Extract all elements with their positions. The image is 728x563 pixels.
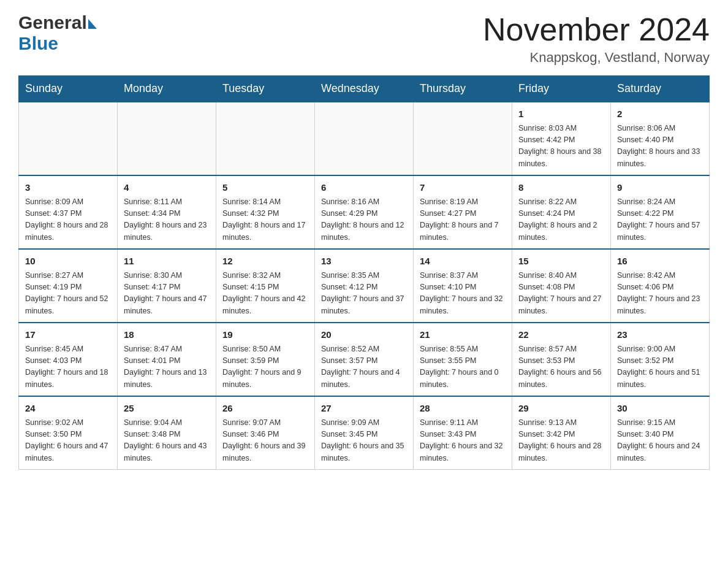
week-row-5: 24Sunrise: 9:02 AMSunset: 3:50 PMDayligh… — [19, 396, 710, 470]
calendar-cell: 2Sunrise: 8:06 AMSunset: 4:40 PMDaylight… — [611, 102, 710, 175]
calendar-cell: 30Sunrise: 9:15 AMSunset: 3:40 PMDayligh… — [611, 396, 710, 470]
day-number: 25 — [124, 402, 210, 416]
day-number: 14 — [420, 255, 506, 269]
day-info: Sunrise: 8:32 AMSunset: 4:15 PMDaylight:… — [222, 270, 308, 318]
day-number: 21 — [420, 328, 506, 342]
calendar-cell: 27Sunrise: 9:09 AMSunset: 3:45 PMDayligh… — [315, 396, 414, 470]
calendar-cell: 6Sunrise: 8:16 AMSunset: 4:29 PMDaylight… — [315, 175, 414, 249]
day-number: 3 — [25, 181, 111, 195]
day-number: 5 — [222, 181, 308, 195]
day-info: Sunrise: 9:13 AMSunset: 3:42 PMDaylight:… — [518, 417, 604, 465]
day-number: 29 — [518, 402, 604, 416]
header-tuesday: Tuesday — [216, 76, 315, 102]
calendar-cell: 23Sunrise: 9:00 AMSunset: 3:52 PMDayligh… — [611, 323, 710, 396]
calendar-cell: 18Sunrise: 8:47 AMSunset: 4:01 PMDayligh… — [118, 323, 216, 396]
calendar-cell: 12Sunrise: 8:32 AMSunset: 4:15 PMDayligh… — [216, 249, 315, 323]
day-info: Sunrise: 8:11 AMSunset: 4:34 PMDaylight:… — [124, 196, 210, 244]
day-info: Sunrise: 8:06 AMSunset: 4:40 PMDaylight:… — [617, 123, 703, 170]
day-number: 10 — [25, 255, 111, 269]
day-number: 15 — [518, 255, 604, 269]
day-number: 20 — [321, 328, 407, 342]
day-info: Sunrise: 8:47 AMSunset: 4:01 PMDaylight:… — [124, 343, 210, 391]
calendar-cell: 9Sunrise: 8:24 AMSunset: 4:22 PMDaylight… — [611, 175, 710, 249]
month-title: November 2024 — [483, 12, 710, 47]
day-info: Sunrise: 8:24 AMSunset: 4:22 PMDaylight:… — [617, 196, 703, 244]
calendar-cell: 14Sunrise: 8:37 AMSunset: 4:10 PMDayligh… — [414, 249, 512, 323]
day-info: Sunrise: 8:22 AMSunset: 4:24 PMDaylight:… — [518, 196, 604, 244]
day-number: 28 — [420, 402, 506, 416]
calendar-cell: 17Sunrise: 8:45 AMSunset: 4:03 PMDayligh… — [19, 323, 118, 396]
calendar-cell: 25Sunrise: 9:04 AMSunset: 3:48 PMDayligh… — [118, 396, 216, 470]
day-info: Sunrise: 9:02 AMSunset: 3:50 PMDaylight:… — [25, 417, 111, 465]
calendar-cell: 19Sunrise: 8:50 AMSunset: 3:59 PMDayligh… — [216, 323, 315, 396]
day-info: Sunrise: 9:04 AMSunset: 3:48 PMDaylight:… — [124, 417, 210, 465]
day-number: 27 — [321, 402, 407, 416]
day-number: 30 — [617, 402, 703, 416]
calendar-cell: 11Sunrise: 8:30 AMSunset: 4:17 PMDayligh… — [118, 249, 216, 323]
day-number: 26 — [222, 402, 308, 416]
day-info: Sunrise: 8:40 AMSunset: 4:08 PMDaylight:… — [518, 270, 604, 318]
day-number: 9 — [617, 181, 703, 195]
week-row-2: 3Sunrise: 8:09 AMSunset: 4:37 PMDaylight… — [19, 175, 710, 249]
day-number: 23 — [617, 328, 703, 342]
location-text: Knappskog, Vestland, Norway — [483, 50, 710, 66]
day-info: Sunrise: 8:57 AMSunset: 3:53 PMDaylight:… — [518, 343, 604, 391]
logo-blue-text: Blue — [18, 33, 58, 53]
title-section: November 2024 Knappskog, Vestland, Norwa… — [483, 12, 710, 66]
day-info: Sunrise: 8:30 AMSunset: 4:17 PMDaylight:… — [124, 270, 210, 318]
day-number: 17 — [25, 328, 111, 342]
calendar-cell: 28Sunrise: 9:11 AMSunset: 3:43 PMDayligh… — [414, 396, 512, 470]
calendar-cell: 1Sunrise: 8:03 AMSunset: 4:42 PMDaylight… — [512, 102, 611, 175]
calendar-cell: 29Sunrise: 9:13 AMSunset: 3:42 PMDayligh… — [512, 396, 611, 470]
calendar-cell: 16Sunrise: 8:42 AMSunset: 4:06 PMDayligh… — [611, 249, 710, 323]
calendar-cell: 13Sunrise: 8:35 AMSunset: 4:12 PMDayligh… — [315, 249, 414, 323]
calendar-cell: 7Sunrise: 8:19 AMSunset: 4:27 PMDaylight… — [414, 175, 512, 249]
day-info: Sunrise: 9:11 AMSunset: 3:43 PMDaylight:… — [420, 417, 506, 465]
day-info: Sunrise: 8:37 AMSunset: 4:10 PMDaylight:… — [420, 270, 506, 318]
day-info: Sunrise: 8:55 AMSunset: 3:55 PMDaylight:… — [420, 343, 506, 391]
calendar-cell — [118, 102, 216, 175]
calendar-cell — [19, 102, 118, 175]
day-info: Sunrise: 9:07 AMSunset: 3:46 PMDaylight:… — [222, 417, 308, 465]
calendar-cell: 3Sunrise: 8:09 AMSunset: 4:37 PMDaylight… — [19, 175, 118, 249]
calendar-cell: 22Sunrise: 8:57 AMSunset: 3:53 PMDayligh… — [512, 323, 611, 396]
day-number: 12 — [222, 255, 308, 269]
calendar-cell: 8Sunrise: 8:22 AMSunset: 4:24 PMDaylight… — [512, 175, 611, 249]
header-friday: Friday — [512, 76, 611, 102]
header-saturday: Saturday — [611, 76, 710, 102]
day-info: Sunrise: 8:14 AMSunset: 4:32 PMDaylight:… — [222, 196, 308, 244]
day-info: Sunrise: 9:00 AMSunset: 3:52 PMDaylight:… — [617, 343, 703, 391]
calendar-cell — [315, 102, 414, 175]
calendar-cell: 24Sunrise: 9:02 AMSunset: 3:50 PMDayligh… — [19, 396, 118, 470]
day-number: 1 — [518, 107, 604, 121]
calendar-cell — [216, 102, 315, 175]
day-number: 13 — [321, 255, 407, 269]
day-number: 6 — [321, 181, 407, 195]
day-number: 8 — [518, 181, 604, 195]
calendar-cell: 26Sunrise: 9:07 AMSunset: 3:46 PMDayligh… — [216, 396, 315, 470]
calendar-cell: 15Sunrise: 8:40 AMSunset: 4:08 PMDayligh… — [512, 249, 611, 323]
day-number: 4 — [124, 181, 210, 195]
calendar-cell: 4Sunrise: 8:11 AMSunset: 4:34 PMDaylight… — [118, 175, 216, 249]
day-number: 18 — [124, 328, 210, 342]
calendar-cell — [414, 102, 512, 175]
logo-general-text: General — [18, 12, 87, 33]
calendar-cell: 10Sunrise: 8:27 AMSunset: 4:19 PMDayligh… — [19, 249, 118, 323]
day-info: Sunrise: 8:45 AMSunset: 4:03 PMDaylight:… — [25, 343, 111, 391]
day-info: Sunrise: 8:27 AMSunset: 4:19 PMDaylight:… — [25, 270, 111, 318]
logo-arrow-icon — [88, 19, 97, 29]
week-row-4: 17Sunrise: 8:45 AMSunset: 4:03 PMDayligh… — [19, 323, 710, 396]
day-info: Sunrise: 8:19 AMSunset: 4:27 PMDaylight:… — [420, 196, 506, 244]
calendar-table: SundayMondayTuesdayWednesdayThursdayFrid… — [18, 75, 710, 470]
day-number: 16 — [617, 255, 703, 269]
calendar-cell: 21Sunrise: 8:55 AMSunset: 3:55 PMDayligh… — [414, 323, 512, 396]
day-info: Sunrise: 8:50 AMSunset: 3:59 PMDaylight:… — [222, 343, 308, 391]
day-number: 2 — [617, 107, 703, 121]
day-info: Sunrise: 9:09 AMSunset: 3:45 PMDaylight:… — [321, 417, 407, 465]
calendar-cell: 5Sunrise: 8:14 AMSunset: 4:32 PMDaylight… — [216, 175, 315, 249]
header-sunday: Sunday — [19, 76, 118, 102]
calendar-header-row: SundayMondayTuesdayWednesdayThursdayFrid… — [19, 76, 710, 102]
day-number: 22 — [518, 328, 604, 342]
header-wednesday: Wednesday — [315, 76, 414, 102]
day-number: 24 — [25, 402, 111, 416]
